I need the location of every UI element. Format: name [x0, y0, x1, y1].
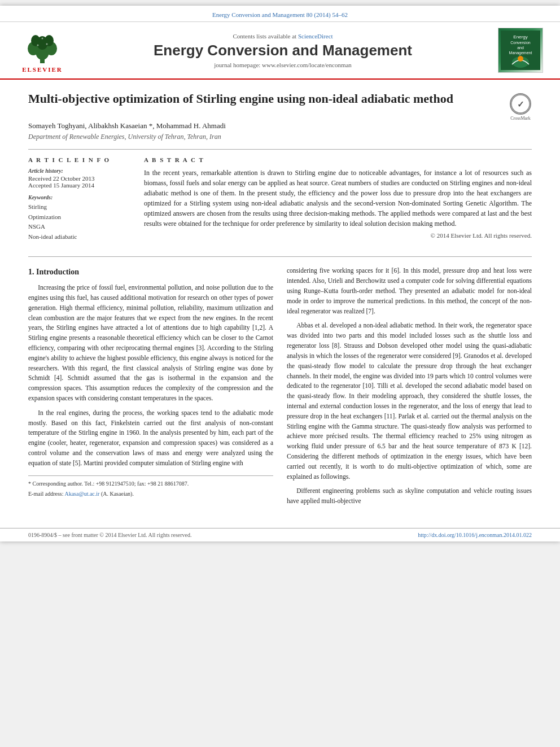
- header-divider: [28, 149, 532, 150]
- svg-text:Management: Management: [509, 51, 532, 55]
- cover-image: Energy Conversion and Management: [498, 28, 543, 73]
- journal-homepage: journal homepage: www.elsevier.com/locat…: [79, 62, 487, 68]
- abstract-text: In the recent years, remarkable attentio…: [144, 168, 532, 241]
- svg-point-9: [42, 37, 43, 39]
- elsevier-logo: ELSEVIER: [11, 28, 73, 73]
- footnote-email: E-mail address: Akasa@ut.ac.ir (A. Kasae…: [28, 490, 273, 499]
- article-content: Multi-objective optimization of Stirling…: [0, 80, 560, 528]
- crossmark-label: CrossMark: [510, 116, 531, 121]
- homepage-url: www.elsevier.com/locate/enconman: [262, 62, 352, 68]
- top-banner: Energy Conversion and Management 80 (201…: [0, 6, 560, 22]
- svg-text:Conversion: Conversion: [510, 41, 531, 45]
- journal-header: ELSEVIER Contents lists available at Sci…: [0, 22, 560, 80]
- elsevier-tree-icon: [20, 28, 65, 65]
- body-columns: 1. Introduction Increasing the price of …: [28, 266, 532, 511]
- accepted-date: Accepted 15 January 2014: [28, 182, 127, 189]
- doi-link[interactable]: http://dx.doi.org/10.1016/j.enconman.201…: [418, 532, 532, 538]
- intro-para-1: Increasing the price of fossil fuel, env…: [28, 283, 273, 404]
- bottom-bar: 0196-8904/$ – see front matter © 2014 El…: [0, 528, 560, 541]
- journal-title-area: Contents lists available at ScienceDirec…: [73, 33, 492, 68]
- keyword-stirling: Stirling: [28, 202, 127, 212]
- keyword-optimization: Optimization: [28, 212, 127, 222]
- authors: Somayeh Toghyani, Alibakhsh Kasaeian *, …: [28, 121, 532, 130]
- right-para-2: Abbas et al. developed a non-ideal adiab…: [287, 321, 532, 482]
- article-history: Article history: Received 22 October 201…: [28, 168, 127, 189]
- contents-line: Contents lists available at ScienceDirec…: [79, 33, 487, 40]
- abstract-label: A B S T R A C T: [144, 156, 532, 163]
- article-info-label: A R T I C L E I N F O: [28, 156, 127, 163]
- body-divider: [28, 256, 532, 257]
- journal-title: Energy Conversion and Management: [79, 42, 487, 59]
- right-para-3: Different engineering problems such as s…: [287, 486, 532, 506]
- email-link[interactable]: Akasa@ut.ac.ir: [64, 491, 99, 497]
- footnote-corresponding: * Corresponding author. Tel.: +98 912194…: [28, 479, 273, 488]
- journal-cover-logo: Energy Conversion and Management: [492, 28, 549, 73]
- svg-point-7: [37, 44, 39, 46]
- elsevier-logo-area: ELSEVIER: [11, 28, 73, 73]
- keywords-group: Keywords: Stirling Optimization NSGA Non…: [28, 194, 127, 242]
- received-date: Received 22 October 2013: [28, 175, 127, 182]
- svg-point-5: [31, 35, 40, 46]
- history-label: Article history:: [28, 168, 127, 174]
- info-abstract-area: A R T I C L E I N F O Article history: R…: [28, 156, 532, 247]
- sciencedirect-link[interactable]: ScienceDirect: [298, 33, 333, 40]
- svg-text:✓: ✓: [517, 100, 524, 109]
- affiliation: Department of Renewable Energies, Univer…: [28, 133, 532, 141]
- intro-para-2: In the real engines, during the process,…: [28, 408, 273, 469]
- intro-heading: 1. Introduction: [28, 266, 273, 278]
- left-column: 1. Introduction Increasing the price of …: [28, 266, 273, 511]
- right-column: considering five working spaces for it […: [287, 266, 532, 511]
- svg-text:Energy: Energy: [513, 34, 527, 40]
- article-title: Multi-objective optimization of Stirling…: [28, 91, 453, 107]
- svg-point-16: [518, 56, 523, 62]
- article-info-panel: A R T I C L E I N F O Article history: R…: [28, 156, 127, 247]
- keyword-non-ideal: Non-ideal adiabatic: [28, 232, 127, 242]
- svg-text:and: and: [517, 46, 524, 50]
- keyword-nsga: NSGA: [28, 222, 127, 232]
- abstract-panel: A B S T R A C T In the recent years, rem…: [144, 156, 532, 247]
- page: Energy Conversion and Management 80 (201…: [0, 6, 560, 541]
- svg-point-8: [46, 43, 48, 45]
- cover-svg: Energy Conversion and Management: [501, 30, 540, 70]
- journal-volume-info: Energy Conversion and Management 80 (201…: [212, 11, 348, 18]
- svg-point-6: [45, 35, 54, 46]
- right-para-1: considering five working spaces for it […: [287, 266, 532, 316]
- elsevier-wordmark: ELSEVIER: [22, 66, 63, 73]
- footnote-area: * Corresponding author. Tel.: +98 912194…: [28, 475, 273, 499]
- issn-info: 0196-8904/$ – see front matter © 2014 El…: [28, 532, 191, 538]
- crossmark-badge[interactable]: ✓ CrossMark: [509, 93, 532, 116]
- keywords-label: Keywords:: [28, 194, 127, 200]
- copyright-notice: © 2014 Elsevier Ltd. All rights reserved…: [144, 231, 532, 241]
- crossmark-icon: ✓: [510, 93, 531, 115]
